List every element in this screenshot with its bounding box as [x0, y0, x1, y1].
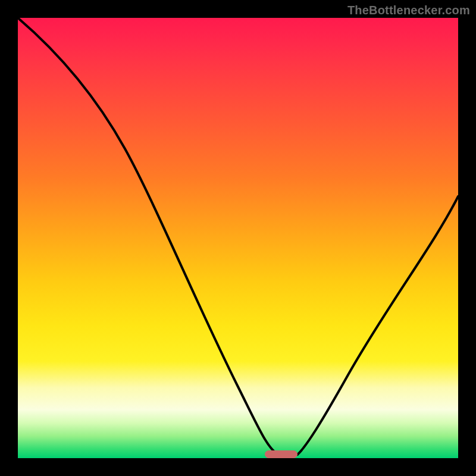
optimal-marker — [265, 450, 298, 458]
bottleneck-curve — [18, 18, 458, 458]
chart-frame: TheBottlenecker.com — [0, 0, 476, 476]
plot-area — [18, 18, 458, 458]
curve-path — [18, 18, 458, 455]
watermark-text: TheBottlenecker.com — [347, 4, 470, 17]
